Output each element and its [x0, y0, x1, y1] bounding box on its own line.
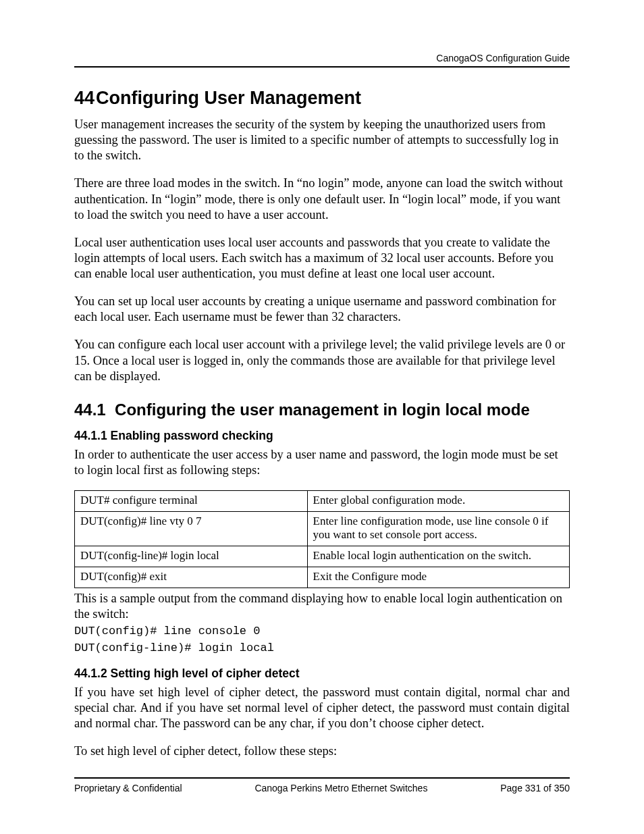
section-heading: 44.1 Configuring the user management in … — [74, 400, 570, 419]
page-footer: Proprietary & Confidential Canoga Perkin… — [74, 777, 570, 793]
footer-right: Page 331 of 350 — [500, 783, 570, 793]
header-rule — [74, 66, 570, 68]
chapter-paragraph: You can set up local user accounts by cr… — [74, 294, 570, 325]
header-doc-title: CanogaOS Configuration Guide — [74, 53, 570, 63]
subsection-number: 44.1.1 — [74, 429, 107, 442]
chapter-paragraph: Local user authentication uses local use… — [74, 235, 570, 282]
table-row: DUT(config)# line vty 0 7 Enter line con… — [75, 512, 570, 546]
desc-cell: Enter line configuration mode, use line … — [307, 512, 570, 546]
chapter-heading: 44Configuring User Management — [74, 88, 570, 109]
cmd-cell: DUT(config-line)# login local — [75, 546, 308, 567]
cmd-cell: DUT(config)# exit — [75, 567, 308, 588]
subsection-title: Enabling password checking — [111, 429, 273, 442]
subsection-paragraph: To set high level of cipher detect, foll… — [74, 744, 570, 759]
table-row: DUT(config)# exit Exit the Configure mod… — [75, 567, 570, 588]
subsection-intro: In order to authenticate the user access… — [74, 447, 570, 478]
table-row: DUT# configure terminal Enter global con… — [75, 491, 570, 512]
after-table-text: This is a sample output from the command… — [74, 591, 570, 622]
subsection-title: Setting high level of cipher detect — [111, 667, 300, 680]
desc-cell: Exit the Configure mode — [307, 567, 570, 588]
chapter-paragraph: You can configure each local user accoun… — [74, 337, 570, 384]
subsection-heading: 44.1.1 Enabling password checking — [74, 429, 570, 443]
chapter-paragraph: User management increases the security o… — [74, 117, 570, 163]
footer-rule — [74, 777, 570, 779]
page: CanogaOS Configuration Guide 44Configuri… — [0, 0, 644, 834]
footer-left: Proprietary & Confidential — [74, 783, 182, 793]
subsection-heading: 44.1.2 Setting high level of cipher dete… — [74, 667, 570, 681]
subsection-number: 44.1.2 — [74, 667, 107, 680]
cmd-cell: DUT# configure terminal — [75, 491, 308, 512]
chapter-number: 44 — [74, 88, 95, 108]
table-row: DUT(config-line)# login local Enable loc… — [75, 546, 570, 567]
chapter-paragraph: There are three load modes in the switch… — [74, 176, 570, 222]
chapter-title: Configuring User Management — [96, 88, 361, 108]
desc-cell: Enter global configuration mode. — [307, 491, 570, 512]
code-sample: DUT(config)# line console 0 DUT(config-l… — [74, 623, 570, 656]
section-title: Configuring the user management in login… — [115, 400, 530, 419]
cmd-cell: DUT(config)# line vty 0 7 — [75, 512, 308, 546]
section-number: 44.1 — [74, 400, 106, 419]
command-table: DUT# configure terminal Enter global con… — [74, 490, 570, 588]
footer-center: Canoga Perkins Metro Ethernet Switches — [254, 783, 427, 793]
subsection-paragraph: If you have set high level of cipher det… — [74, 685, 570, 731]
desc-cell: Enable local login authentication on the… — [307, 546, 570, 567]
